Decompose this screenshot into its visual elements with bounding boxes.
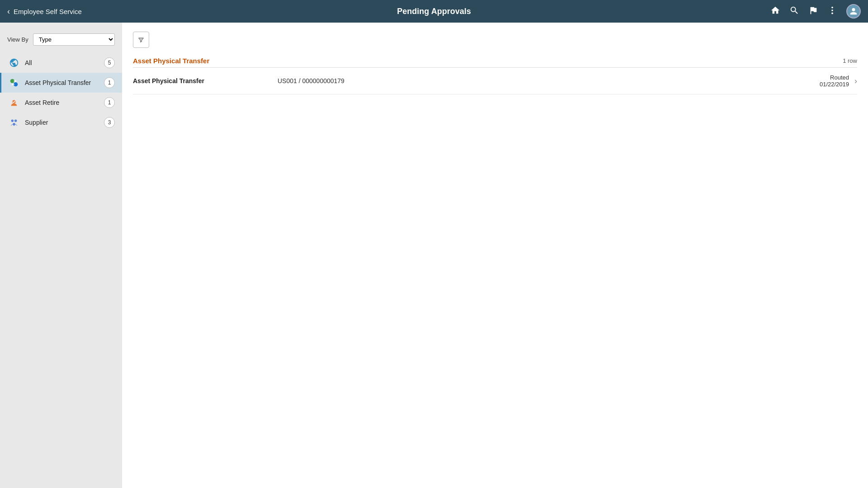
supplier-icon xyxy=(9,117,19,128)
svg-point-0 xyxy=(831,6,833,8)
sidebar-item-retire-badge: 1 xyxy=(104,97,115,108)
sidebar-item-supplier-badge: 3 xyxy=(104,117,115,128)
sidebar-item-all[interactable]: All 5 xyxy=(0,53,122,73)
section-title: Asset Physical Transfer xyxy=(133,57,209,65)
sidebar-item-supplier-label: Supplier xyxy=(25,119,99,126)
flag-icon[interactable] xyxy=(808,5,818,18)
main-content: Asset Physical Transfer 1 row Asset Phys… xyxy=(122,23,868,488)
sidebar-item-asset-retire[interactable]: Asset Retire 1 xyxy=(0,93,122,113)
row-name: Asset Physical Transfer xyxy=(133,77,278,84)
user-avatar[interactable] xyxy=(846,4,861,19)
table-row[interactable]: Asset Physical Transfer US001 / 00000000… xyxy=(133,68,857,94)
row-status: Routed 01/22/2019 xyxy=(795,74,849,88)
page-title: Pending Approvals xyxy=(397,7,471,16)
sidebar-item-all-badge: 5 xyxy=(104,57,115,68)
globe-icon xyxy=(9,57,19,68)
row-id: US001 / 000000000179 xyxy=(278,77,795,84)
search-icon[interactable] xyxy=(789,5,799,18)
sidebar-item-retire-label: Asset Retire xyxy=(25,99,99,106)
header-actions xyxy=(770,4,861,19)
sidebar: View By Type Date Priority All 5 xyxy=(0,23,122,488)
view-by-label: View By xyxy=(7,36,28,43)
sidebar-item-transfer-badge: 1 xyxy=(104,77,115,88)
svg-point-2 xyxy=(831,12,833,14)
main-layout: View By Type Date Priority All 5 xyxy=(0,23,868,488)
sidebar-item-all-label: All xyxy=(25,59,99,66)
row-status-label: Routed xyxy=(830,74,849,81)
row-status-date: 01/22/2019 xyxy=(820,81,849,88)
view-by-row: View By Type Date Priority xyxy=(0,30,122,53)
svg-point-6 xyxy=(11,120,14,122)
asset-retire-icon xyxy=(9,97,19,108)
row-count: 1 row xyxy=(843,57,857,64)
sidebar-item-supplier[interactable]: Supplier 3 xyxy=(0,113,122,132)
app-header: ‹ Employee Self Service Pending Approval… xyxy=(0,0,868,23)
sidebar-item-asset-physical-transfer[interactable]: Asset Physical Transfer 1 xyxy=(0,73,122,93)
back-navigation[interactable]: ‹ Employee Self Service xyxy=(7,7,82,16)
view-by-select[interactable]: Type Date Priority xyxy=(33,33,115,46)
app-title: Employee Self Service xyxy=(14,8,82,15)
more-options-icon[interactable] xyxy=(827,5,837,18)
row-chevron-icon: › xyxy=(854,76,857,86)
svg-point-7 xyxy=(14,120,17,122)
asset-transfer-icon xyxy=(9,77,19,88)
section-header: Asset Physical Transfer 1 row xyxy=(133,57,857,68)
sidebar-item-transfer-label: Asset Physical Transfer xyxy=(25,79,99,86)
back-arrow-icon: ‹ xyxy=(7,7,10,16)
svg-point-1 xyxy=(831,9,833,11)
filter-bar xyxy=(133,32,857,48)
home-icon[interactable] xyxy=(770,5,780,18)
filter-button[interactable] xyxy=(133,32,149,48)
